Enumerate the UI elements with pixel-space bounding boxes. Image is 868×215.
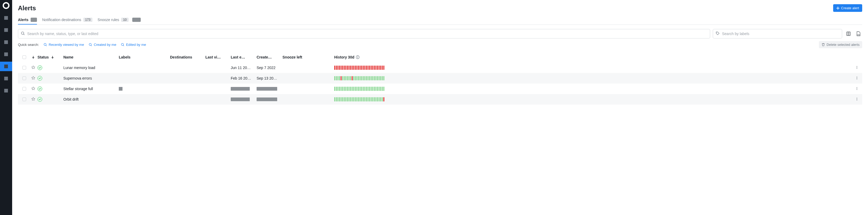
svg-point-17 xyxy=(857,98,857,98)
row-menu-button[interactable] xyxy=(855,76,859,81)
create-alert-button[interactable]: Create alert xyxy=(833,4,862,12)
history-segment xyxy=(339,97,340,101)
history-segment xyxy=(364,97,365,101)
row-menu-button[interactable] xyxy=(855,66,859,70)
cell-name[interactable]: Lunar memory load xyxy=(63,66,119,70)
history-segment xyxy=(372,87,373,91)
rail-item-2[interactable] xyxy=(0,25,12,35)
sort-indicator-column[interactable] xyxy=(29,56,37,59)
star-icon[interactable] xyxy=(31,76,35,81)
history-segment xyxy=(363,87,364,91)
history-segment xyxy=(350,66,351,70)
tab-snooze[interactable]: Snooze rules 10 xyxy=(98,15,141,25)
row-menu-button[interactable] xyxy=(855,97,859,102)
row-menu-button[interactable] xyxy=(855,87,859,91)
history-segment xyxy=(360,76,361,80)
cell-last-edited: Jun 11 20… xyxy=(231,66,251,70)
tab-destinations[interactable]: Notification destinations 173 xyxy=(42,15,92,25)
quick-edited[interactable]: Edited by me xyxy=(121,43,146,47)
history-segment xyxy=(356,66,358,70)
search-icon xyxy=(89,43,92,46)
quick-recent[interactable]: Recently viewed by me xyxy=(43,43,84,47)
history-segment xyxy=(380,76,381,80)
svg-rect-2 xyxy=(847,32,850,36)
cell-created: Sep 13 20… xyxy=(257,76,277,80)
cell-created-redacted xyxy=(257,98,277,101)
columns-button[interactable] xyxy=(845,30,852,37)
history-segment xyxy=(348,66,349,70)
history-segment xyxy=(383,97,384,101)
column-history[interactable]: History 30d xyxy=(334,55,853,59)
rail-item-3[interactable] xyxy=(0,37,12,47)
history-segment xyxy=(352,66,353,70)
history-segment xyxy=(344,97,345,101)
column-labels[interactable]: Labels xyxy=(119,55,170,59)
history-segment xyxy=(350,97,351,101)
history-segment xyxy=(380,87,381,91)
tab-alerts[interactable]: Alerts xyxy=(18,15,37,25)
star-icon[interactable] xyxy=(31,65,35,70)
search-input[interactable] xyxy=(18,29,710,38)
plus-icon xyxy=(836,7,839,10)
sidebar-rail xyxy=(0,0,12,215)
history-segment xyxy=(374,76,375,80)
star-icon[interactable] xyxy=(31,97,35,102)
column-last-viewed[interactable]: Last vi… xyxy=(206,55,231,59)
history-segment xyxy=(366,97,367,101)
rail-item-6[interactable] xyxy=(0,74,12,83)
cell-name[interactable]: Orbit drift xyxy=(63,97,119,101)
column-destinations[interactable]: Destinations xyxy=(170,55,206,59)
delete-selected-button[interactable]: Delete selected alerts xyxy=(819,41,862,48)
status-ok-icon xyxy=(37,97,42,102)
quick-created[interactable]: Created by me xyxy=(89,43,116,47)
history-segment xyxy=(339,87,340,91)
history-segment xyxy=(347,97,348,101)
rail-item-1[interactable] xyxy=(0,13,12,23)
history-bar xyxy=(334,87,384,91)
svg-point-19 xyxy=(857,100,857,100)
column-status[interactable]: Status xyxy=(37,55,63,59)
history-segment xyxy=(374,97,375,101)
rail-item-4[interactable] xyxy=(0,49,12,59)
table-row: Lunar memory load Jun 11 20… Sep 7 2022 xyxy=(18,63,862,73)
search-icon xyxy=(21,31,25,36)
rail-item-alerts[interactable] xyxy=(0,62,12,71)
history-segment xyxy=(358,76,359,80)
cell-name[interactable]: Supernova errors xyxy=(63,76,119,80)
column-name[interactable]: Name xyxy=(63,55,119,59)
row-checkbox[interactable] xyxy=(23,98,26,101)
row-checkbox[interactable] xyxy=(23,87,26,91)
star-icon[interactable] xyxy=(31,86,35,92)
table-row: Supernova errors Feb 16 20… Sep 13 20… xyxy=(18,73,862,83)
history-segment xyxy=(375,87,376,91)
logo[interactable] xyxy=(3,2,9,9)
table-header: Status Name Labels Destinations Last vi…… xyxy=(18,52,862,63)
history-segment xyxy=(358,87,359,91)
tab-alerts-label: Alerts xyxy=(18,17,29,22)
tab-destinations-count: 173 xyxy=(84,17,92,22)
history-segment xyxy=(372,76,373,80)
export-csv-button[interactable]: CSV xyxy=(855,30,862,37)
history-segment xyxy=(363,97,364,101)
history-segment xyxy=(369,97,370,101)
history-segment xyxy=(350,87,351,91)
rail-item-7[interactable] xyxy=(0,86,12,95)
row-checkbox[interactable] xyxy=(23,66,26,70)
column-snooze[interactable]: Snooze left xyxy=(282,55,334,59)
status-ok-icon xyxy=(37,65,42,70)
table-row: Stellar storage full xyxy=(18,83,862,94)
column-created[interactable]: Create… xyxy=(257,55,282,59)
history-segment xyxy=(382,76,383,80)
row-checkbox[interactable] xyxy=(23,76,26,80)
column-last-edited[interactable]: Last e… xyxy=(231,55,257,59)
history-segment xyxy=(375,76,376,80)
history-segment xyxy=(353,76,354,80)
tab-snooze-count: 10 xyxy=(121,17,128,22)
select-all-checkbox[interactable] xyxy=(23,55,26,59)
cell-name[interactable]: Stellar storage full xyxy=(63,87,119,91)
history-segment xyxy=(369,66,370,70)
history-segment xyxy=(344,66,345,70)
history-segment xyxy=(341,76,342,80)
history-segment xyxy=(378,97,380,101)
label-search-input[interactable] xyxy=(713,29,842,38)
